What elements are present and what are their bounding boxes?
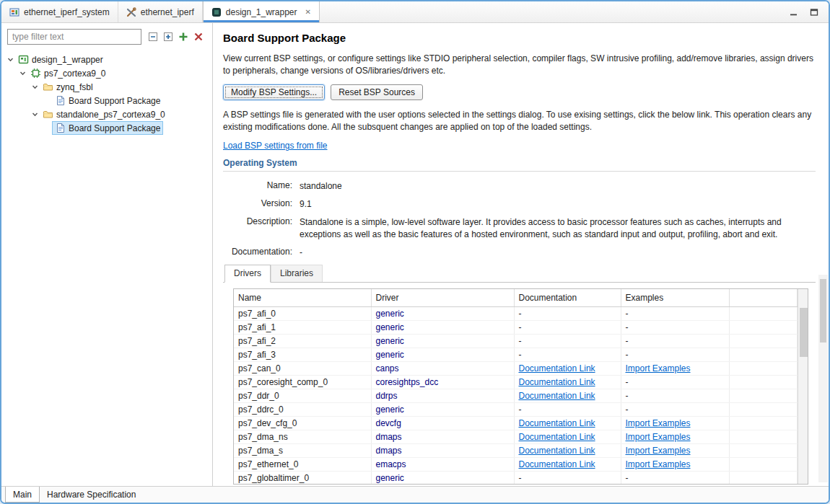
cell-documentation: - [514,334,621,348]
documentation-link[interactable]: Documentation Link [519,459,595,469]
tab-libraries[interactable]: Libraries [271,265,323,282]
import-examples-link[interactable]: Import Examples [626,446,691,456]
cell-name: ps7_afi_0 [234,306,371,320]
column-header-name[interactable]: Name [234,289,371,306]
table-row: ps7_afi_2generic-- [234,334,797,348]
add-icon[interactable] [175,30,191,45]
chevron-down-icon[interactable] [18,70,27,76]
import-examples-link[interactable]: Import Examples [626,418,691,428]
import-examples-link[interactable]: Import Examples [626,459,691,469]
tree-item-zynq-fsbl[interactable]: zynq_fsbl [1,80,212,94]
cell-documentation: Documentation Link [514,443,621,457]
import-examples-link[interactable]: Import Examples [626,363,691,373]
cell-empty [729,430,797,443]
tree-item-label: Board Support Package [69,96,160,106]
reset-bsp-sources-button[interactable]: Reset BSP Sources [331,84,423,100]
tree-item-standalone-ps7-cortexa9-0[interactable]: standalone_ps7_cortexa9_0 [1,107,212,121]
cell-documentation: - [514,402,621,416]
cell-documentation: - [514,320,621,334]
cell-documentation: Documentation Link [514,430,621,443]
column-header-documentation[interactable]: Documentation [514,289,621,306]
editor-tab-ethernet-iperf[interactable]: ethernet_iperf [118,1,203,22]
cell-examples: - [621,334,729,348]
cell-documentation: Documentation Link [514,389,621,402]
bottom-tab-hardware-specification[interactable]: Hardware Specification [40,487,143,503]
system-project-icon [9,7,19,17]
cell-name: ps7_coresight_comp_0 [234,375,371,389]
project-tree: design_1_wrapperps7_cortexa9_0zynq_fsblB… [1,48,212,486]
tree-node[interactable]: standalone_ps7_cortexa9_0 [40,107,168,121]
cell-documentation: - [514,471,621,485]
documentation-link[interactable]: Documentation Link [519,377,595,387]
cell-name: ps7_dev_cfg_0 [234,416,371,430]
tree-item-label: design_1_wrapper [32,55,103,65]
bsp-icon [211,7,222,17]
cell-driver: ddrps [371,389,514,402]
field-value-version: 9.1 [300,198,816,211]
cell-name: ps7_ethernet_0 [234,457,371,471]
table-row: ps7_dma_sdmapsDocumentation LinkImport E… [234,443,797,457]
cell-empty [729,348,797,361]
load-bsp-settings-link[interactable]: Load BSP settings from file [223,141,328,151]
intro-text: View current BSP settings, or configure … [223,53,816,77]
close-icon[interactable]: ✕ [305,8,311,16]
cell-examples: - [621,471,729,485]
expand-all-icon[interactable] [160,30,175,45]
bottom-tab-main[interactable]: Main [5,487,40,503]
tree-node[interactable]: design_1_wrapper [15,53,106,66]
cell-examples: - [621,348,729,361]
cell-driver: canps [371,361,514,375]
modify-bsp-settings-button[interactable]: Modify BSP Settings... [223,84,325,100]
import-examples-link[interactable]: Import Examples [626,432,691,442]
scrollbar-thumb[interactable] [820,279,826,342]
column-header-examples[interactable]: Examples [621,289,729,306]
application-window: ethernet_iperf_systemethernet_iperfdesig… [0,0,830,504]
tree-item-ps7-cortexa9-0[interactable]: ps7_cortexa9_0 [1,66,212,80]
table-row: ps7_can_0canpsDocumentation LinkImport E… [234,361,797,375]
cell-driver: coresightps_dcc [371,375,514,389]
operating-system-heading: Operating System [223,158,816,172]
bsp-editor-panel: Board Support Package View current BSP s… [213,23,829,486]
filter-toolbar [1,23,212,48]
maximize-icon[interactable] [810,8,818,17]
minimize-icon[interactable] [790,8,798,17]
cell-driver: dmaps [371,443,514,457]
editor-tab-bar: ethernet_iperf_systemethernet_iperfdesig… [1,1,829,23]
cell-empty [729,402,797,416]
remove-icon[interactable] [191,30,206,45]
settings-note-text: A BSP settings file is generated with th… [223,109,816,133]
editor-tab-label: ethernet_iperf_system [24,7,110,17]
chevron-down-icon[interactable] [30,84,40,90]
collapse-all-icon[interactable] [145,30,160,45]
tree-item-design-1-wrapper[interactable]: design_1_wrapper [1,53,212,66]
tree-item-board-support-package[interactable]: Board Support Package [1,94,212,107]
documentation-link[interactable]: Documentation Link [519,446,595,456]
tree-node[interactable]: zynq_fsbl [40,80,96,94]
documentation-link[interactable]: Documentation Link [519,391,595,401]
editor-tab-design-1-wrapper[interactable]: design_1_wrapper✕ [203,1,320,22]
table-scrollbar[interactable] [798,289,809,484]
cell-examples: Import Examples [621,430,729,443]
filter-input[interactable] [7,29,141,45]
cell-examples: - [621,375,729,389]
cell-name: ps7_globaltimer_0 [234,471,371,485]
cell-examples: - [621,402,729,416]
tree-node[interactable]: ps7_cortexa9_0 [27,66,108,80]
scrollbar-thumb[interactable] [800,308,808,357]
documentation-link[interactable]: Documentation Link [519,432,595,442]
editor-tab-ethernet-iperf-system[interactable]: ethernet_iperf_system [1,1,118,22]
chevron-down-icon[interactable] [30,111,40,118]
tree-item-board-support-package[interactable]: Board Support Package [1,121,212,135]
tree-node[interactable]: Board Support Package [52,94,163,107]
tab-drivers[interactable]: Drivers [224,265,271,283]
documentation-link[interactable]: Documentation Link [519,418,595,428]
documentation-link[interactable]: Documentation Link [519,363,595,373]
column-header-blank[interactable] [729,289,797,306]
tree-node[interactable]: Board Support Package [52,121,163,135]
cell-documentation: Documentation Link [514,375,621,389]
panel-scrollbar[interactable] [818,275,828,482]
drivers-table-container: NameDriverDocumentationExamples ps7_afi_… [233,288,808,485]
chevron-down-icon[interactable] [6,56,15,63]
drivers-table: NameDriverDocumentationExamples ps7_afi_… [234,289,798,485]
column-header-driver[interactable]: Driver [371,289,514,306]
